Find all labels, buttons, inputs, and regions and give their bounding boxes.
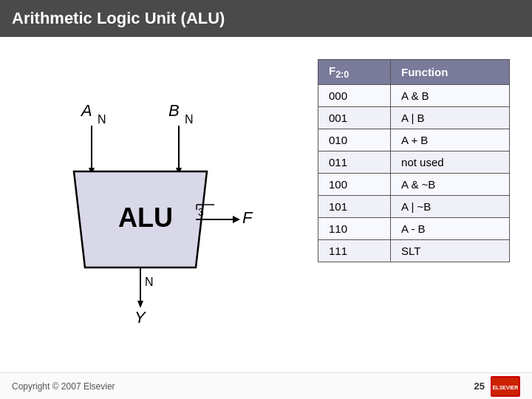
label-a: A (80, 101, 92, 120)
f-value: 011 (318, 151, 391, 174)
label-n2: N (185, 113, 194, 126)
diagram-area: A N B N ALU 3 (15, 52, 310, 365)
f-value: 000 (318, 85, 391, 107)
svg-marker-10 (137, 301, 143, 308)
table-row: 111SLT (318, 240, 510, 262)
label-3: 3 (198, 206, 204, 218)
func-value: A - B (391, 218, 510, 240)
label-y: Y (134, 308, 146, 327)
table-row: 011not used (318, 151, 510, 174)
f-value: 101 (318, 196, 391, 218)
page-title: Arithmetic Logic Unit (ALU) (12, 9, 225, 28)
func-value: not used (391, 151, 510, 174)
table-row: 100A & ~B (318, 174, 510, 196)
label-n1: N (98, 113, 106, 126)
page-header: Arithmetic Logic Unit (ALU) (0, 0, 532, 37)
table-row: 001A | B (318, 107, 510, 129)
table-area: F2:0 Function 000A & B001A | B010A + B01… (310, 52, 517, 365)
svg-marker-6 (233, 216, 240, 223)
table-row: 010A + B (318, 129, 510, 151)
f-value: 001 (318, 107, 391, 129)
table-row: 101A | ~B (318, 196, 510, 218)
f-value: 100 (318, 174, 391, 196)
func-value: A | B (391, 107, 510, 129)
label-b: B (168, 101, 180, 120)
alu-label: ALU (118, 202, 173, 233)
f-value: 110 (318, 218, 391, 240)
label-f: F (242, 208, 253, 227)
alu-diagram: A N B N ALU 3 (59, 75, 266, 341)
label-n3: N (145, 276, 154, 288)
table-row: 110A - B (318, 218, 510, 240)
func-value: A | ~B (391, 196, 510, 218)
main-content: A N B N ALU 3 (0, 37, 532, 372)
f-value: 111 (318, 240, 391, 262)
f-value: 010 (318, 129, 391, 151)
func-value: A & ~B (391, 174, 510, 196)
col2-header: Function (391, 60, 510, 85)
func-value: A + B (391, 129, 510, 151)
function-table: F2:0 Function 000A & B001A | B010A + B01… (318, 59, 510, 262)
svg-text:ELSEVIER: ELSEVIER (493, 385, 519, 390)
footer: Copyright © 2007 Elsevier 25 ELSEVIER (0, 372, 532, 399)
page-number: 25 (474, 381, 485, 392)
func-value: A & B (391, 85, 510, 107)
col1-header: F2:0 (318, 60, 391, 85)
table-row: 000A & B (318, 85, 510, 107)
copyright: Copyright © 2007 Elsevier (12, 381, 115, 392)
func-value: SLT (391, 240, 510, 262)
elsevier-logo: ELSEVIER (491, 376, 520, 397)
